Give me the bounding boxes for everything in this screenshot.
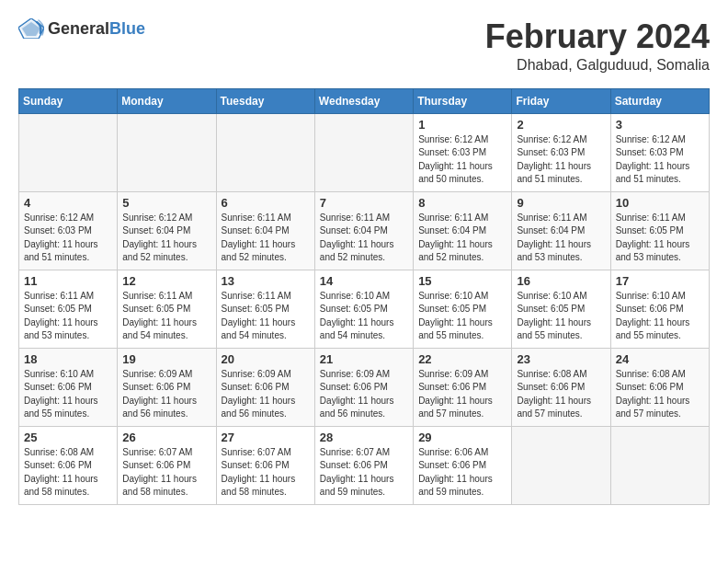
calendar-cell [610, 426, 709, 504]
calendar-cell: 19Sunrise: 6:09 AM Sunset: 6:06 PM Dayli… [118, 348, 216, 426]
calendar-cell: 20Sunrise: 6:09 AM Sunset: 6:06 PM Dayli… [216, 348, 314, 426]
day-info: Sunrise: 6:06 AM Sunset: 6:06 PM Dayligh… [418, 446, 506, 500]
day-info: Sunrise: 6:11 AM Sunset: 6:05 PM Dayligh… [122, 290, 210, 343]
day-info: Sunrise: 6:11 AM Sunset: 6:05 PM Dayligh… [24, 290, 112, 343]
calendar-cell: 4Sunrise: 6:12 AM Sunset: 6:03 PM Daylig… [19, 191, 118, 270]
day-number: 24 [616, 352, 704, 366]
day-info: Sunrise: 6:12 AM Sunset: 6:03 PM Dayligh… [24, 212, 112, 265]
calendar-cell [118, 113, 216, 191]
weekday-header-wednesday: Wednesday [314, 88, 413, 113]
day-number: 1 [418, 118, 506, 132]
day-info: Sunrise: 6:10 AM Sunset: 6:05 PM Dayligh… [418, 290, 506, 343]
day-number: 11 [24, 274, 112, 288]
calendar-cell: 23Sunrise: 6:08 AM Sunset: 6:06 PM Dayli… [512, 348, 610, 426]
day-info: Sunrise: 6:07 AM Sunset: 6:06 PM Dayligh… [222, 446, 310, 500]
day-number: 8 [418, 196, 506, 210]
calendar-cell: 13Sunrise: 6:11 AM Sunset: 6:05 PM Dayli… [216, 270, 314, 348]
calendar-cell: 21Sunrise: 6:09 AM Sunset: 6:06 PM Dayli… [314, 348, 413, 426]
day-info: Sunrise: 6:11 AM Sunset: 6:04 PM Dayligh… [320, 212, 408, 265]
calendar-cell [314, 113, 413, 191]
calendar-cell: 22Sunrise: 6:09 AM Sunset: 6:06 PM Dayli… [414, 348, 512, 426]
calendar-cell: 9Sunrise: 6:11 AM Sunset: 6:04 PM Daylig… [512, 191, 610, 270]
day-number: 28 [320, 431, 408, 444]
weekday-header-friday: Friday [512, 88, 610, 113]
day-info: Sunrise: 6:09 AM Sunset: 6:06 PM Dayligh… [122, 368, 210, 421]
day-info: Sunrise: 6:12 AM Sunset: 6:04 PM Dayligh… [122, 212, 210, 265]
day-number: 22 [418, 352, 506, 366]
day-number: 9 [517, 196, 605, 210]
weekday-header-saturday: Saturday [610, 88, 709, 113]
calendar-week-row: 18Sunrise: 6:10 AM Sunset: 6:06 PM Dayli… [19, 348, 710, 426]
calendar-cell: 28Sunrise: 6:07 AM Sunset: 6:06 PM Dayli… [314, 426, 413, 504]
calendar-header: SundayMondayTuesdayWednesdayThursdayFrid… [19, 88, 710, 113]
weekday-header-tuesday: Tuesday [216, 88, 314, 113]
title-block: February 2024 Dhabad, Galguduud, Somalia [485, 18, 710, 74]
day-number: 13 [222, 274, 310, 288]
calendar-cell: 6Sunrise: 6:11 AM Sunset: 6:04 PM Daylig… [216, 191, 314, 270]
day-info: Sunrise: 6:11 AM Sunset: 6:05 PM Dayligh… [616, 212, 704, 265]
day-info: Sunrise: 6:07 AM Sunset: 6:06 PM Dayligh… [122, 446, 210, 500]
day-info: Sunrise: 6:08 AM Sunset: 6:06 PM Dayligh… [24, 446, 112, 500]
day-number: 27 [222, 431, 310, 444]
calendar-cell: 3Sunrise: 6:12 AM Sunset: 6:03 PM Daylig… [610, 113, 709, 191]
calendar-cell: 7Sunrise: 6:11 AM Sunset: 6:04 PM Daylig… [314, 191, 413, 270]
calendar-cell: 2Sunrise: 6:12 AM Sunset: 6:03 PM Daylig… [512, 113, 610, 191]
day-info: Sunrise: 6:12 AM Sunset: 6:03 PM Dayligh… [418, 133, 506, 187]
calendar-cell: 27Sunrise: 6:07 AM Sunset: 6:06 PM Dayli… [216, 426, 314, 504]
day-info: Sunrise: 6:09 AM Sunset: 6:06 PM Dayligh… [320, 368, 408, 421]
day-info: Sunrise: 6:08 AM Sunset: 6:06 PM Dayligh… [616, 368, 704, 421]
location-subtitle: Dhabad, Galguduud, Somalia [485, 57, 710, 74]
calendar-week-row: 25Sunrise: 6:08 AM Sunset: 6:06 PM Dayli… [19, 426, 710, 504]
logo-blue-text: Blue [109, 19, 145, 38]
day-number: 6 [222, 196, 310, 210]
day-info: Sunrise: 6:11 AM Sunset: 6:04 PM Dayligh… [418, 212, 506, 265]
calendar-cell: 26Sunrise: 6:07 AM Sunset: 6:06 PM Dayli… [118, 426, 216, 504]
day-info: Sunrise: 6:09 AM Sunset: 6:06 PM Dayligh… [222, 368, 310, 421]
calendar-week-row: 4Sunrise: 6:12 AM Sunset: 6:03 PM Daylig… [19, 191, 710, 270]
day-number: 2 [517, 118, 605, 132]
day-number: 3 [616, 118, 704, 132]
day-info: Sunrise: 6:11 AM Sunset: 6:05 PM Dayligh… [222, 290, 310, 343]
calendar-cell: 29Sunrise: 6:06 AM Sunset: 6:06 PM Dayli… [414, 426, 512, 504]
calendar-cell: 17Sunrise: 6:10 AM Sunset: 6:06 PM Dayli… [610, 270, 709, 348]
day-number: 4 [24, 196, 112, 210]
day-number: 21 [320, 352, 408, 366]
day-number: 25 [24, 431, 112, 444]
calendar-cell: 8Sunrise: 6:11 AM Sunset: 6:04 PM Daylig… [414, 191, 512, 270]
calendar-cell: 12Sunrise: 6:11 AM Sunset: 6:05 PM Dayli… [118, 270, 216, 348]
calendar-cell [216, 113, 314, 191]
calendar-week-row: 1Sunrise: 6:12 AM Sunset: 6:03 PM Daylig… [19, 113, 710, 191]
day-info: Sunrise: 6:10 AM Sunset: 6:05 PM Dayligh… [320, 290, 408, 343]
day-info: Sunrise: 6:08 AM Sunset: 6:06 PM Dayligh… [517, 368, 605, 421]
calendar-cell: 1Sunrise: 6:12 AM Sunset: 6:03 PM Daylig… [414, 113, 512, 191]
day-number: 19 [122, 352, 210, 366]
day-number: 12 [122, 274, 210, 288]
day-number: 23 [517, 352, 605, 366]
weekday-header-thursday: Thursday [414, 88, 512, 113]
day-number: 17 [616, 274, 704, 288]
calendar-cell: 10Sunrise: 6:11 AM Sunset: 6:05 PM Dayli… [610, 191, 709, 270]
calendar-cell: 14Sunrise: 6:10 AM Sunset: 6:05 PM Dayli… [314, 270, 413, 348]
calendar-table: SundayMondayTuesdayWednesdayThursdayFrid… [18, 88, 710, 505]
day-number: 18 [24, 352, 112, 366]
logo-general-text: General [48, 19, 109, 38]
day-number: 5 [122, 196, 210, 210]
day-number: 20 [222, 352, 310, 366]
calendar-cell: 11Sunrise: 6:11 AM Sunset: 6:05 PM Dayli… [19, 270, 118, 348]
calendar-body: 1Sunrise: 6:12 AM Sunset: 6:03 PM Daylig… [19, 113, 710, 504]
day-number: 26 [122, 431, 210, 444]
day-info: Sunrise: 6:10 AM Sunset: 6:06 PM Dayligh… [24, 368, 112, 421]
calendar-cell [19, 113, 118, 191]
day-info: Sunrise: 6:12 AM Sunset: 6:03 PM Dayligh… [616, 133, 704, 187]
logo: GeneralBlue [18, 18, 145, 39]
day-number: 15 [418, 274, 506, 288]
day-info: Sunrise: 6:10 AM Sunset: 6:05 PM Dayligh… [517, 290, 605, 343]
day-number: 29 [418, 431, 506, 444]
logo-text-block: GeneralBlue [48, 19, 145, 39]
calendar-cell: 5Sunrise: 6:12 AM Sunset: 6:04 PM Daylig… [118, 191, 216, 270]
day-info: Sunrise: 6:09 AM Sunset: 6:06 PM Dayligh… [418, 368, 506, 421]
day-number: 14 [320, 274, 408, 288]
weekday-header-monday: Monday [118, 88, 216, 113]
month-year-title: February 2024 [485, 18, 710, 55]
page-header: GeneralBlue February 2024 Dhabad, Galgud… [18, 18, 710, 74]
